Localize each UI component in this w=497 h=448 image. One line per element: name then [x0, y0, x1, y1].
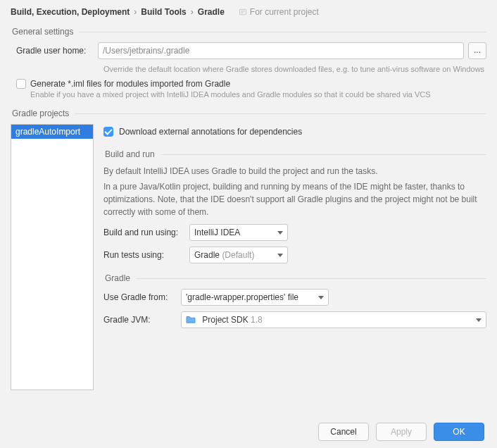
breadcrumb-item: Gradle [198, 7, 225, 17]
svg-rect-0 [239, 9, 246, 15]
generate-iml-hint: Enable if you have a mixed project with … [30, 90, 431, 99]
group-title: Gradle projects [11, 108, 75, 118]
gradle-home-input[interactable] [98, 42, 464, 59]
build-run-group: Build and run [103, 149, 486, 159]
folder-icon [186, 315, 196, 323]
group-title: Gradle [103, 273, 136, 283]
project-scope-icon [239, 8, 247, 16]
breadcrumb: Build, Execution, Deployment › Build Too… [11, 7, 486, 17]
group-title: General settings [11, 27, 79, 37]
use-gradle-from-select[interactable]: 'gradle-wrapper.properties' file [181, 289, 329, 306]
chevron-right-icon: › [191, 7, 194, 17]
tests-using-label: Run tests using: [103, 250, 182, 260]
chevron-down-icon [277, 254, 283, 257]
dialog-footer: Cancel Apply OK [0, 416, 497, 448]
breadcrumb-item[interactable]: Build, Execution, Deployment [11, 7, 130, 17]
use-gradle-from-label: Use Gradle from: [103, 292, 174, 302]
tests-using-select[interactable]: Gradle (Default) [189, 247, 288, 263]
general-settings-group: General settings [11, 27, 486, 37]
scope-label: For current project [239, 7, 319, 17]
apply-button: Apply [376, 423, 427, 441]
download-annotations-checkbox[interactable] [103, 127, 113, 137]
gradle-group: Gradle [103, 273, 486, 283]
chevron-down-icon [476, 318, 482, 322]
chevron-down-icon [318, 296, 324, 299]
build-using-label: Build and run using: [103, 228, 182, 237]
cancel-button[interactable]: Cancel [318, 423, 369, 441]
download-annotations-label: Download external annotations for depend… [119, 127, 302, 137]
breadcrumb-item[interactable]: Build Tools [141, 7, 186, 17]
generate-iml-label: Generate *.iml files for modules importe… [30, 79, 431, 89]
build-using-select[interactable]: IntelliJ IDEA [189, 224, 288, 241]
list-item[interactable]: gradleAutoImport [11, 125, 93, 139]
gradle-jvm-select[interactable]: Project SDK 1.8 [181, 311, 486, 328]
project-list[interactable]: gradleAutoImport [11, 124, 94, 390]
gradle-jvm-label: Gradle JVM: [103, 315, 174, 325]
gradle-home-hint: Override the default location where Grad… [103, 65, 486, 73]
gradle-home-label: Gradle user home: [16, 46, 98, 56]
chevron-down-icon [277, 231, 283, 235]
svg-rect-1 [241, 11, 245, 12]
group-title: Build and run [103, 149, 161, 159]
browse-button[interactable]: ... [468, 42, 486, 59]
build-run-desc1: By default IntelliJ IDEA uses Gradle to … [103, 165, 486, 178]
build-run-desc2: In a pure Java/Kotlin project, building … [103, 180, 486, 218]
svg-rect-2 [241, 13, 244, 13]
gradle-projects-group: Gradle projects [11, 108, 486, 118]
generate-iml-checkbox[interactable] [16, 79, 26, 89]
chevron-right-icon: › [134, 7, 137, 17]
ok-button[interactable]: OK [434, 423, 484, 441]
